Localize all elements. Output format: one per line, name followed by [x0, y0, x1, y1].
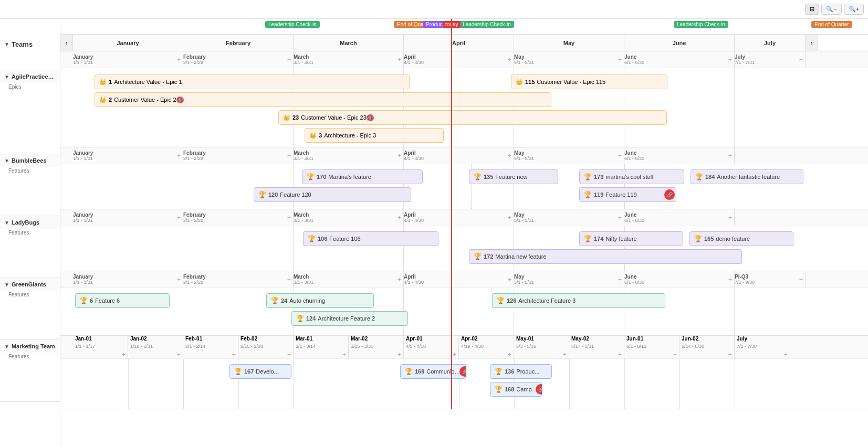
sprint-jun01-add[interactable]: + — [673, 351, 677, 358]
greengiants-jun-add[interactable]: + — [728, 276, 734, 283]
teams-title: Teams — [12, 40, 33, 48]
agilepractices-may-add[interactable]: + — [618, 56, 624, 63]
epic-23-link[interactable]: 🔗 — [367, 114, 374, 121]
zoom-out-button[interactable]: 🔍− — [821, 4, 841, 15]
sprint-july-add[interactable]: + — [784, 351, 788, 358]
feature-card-136[interactable]: 🏆 136 Produc... — [490, 364, 552, 379]
ladybugs-apr-header: April4/1 - 4/30 + — [404, 209, 514, 226]
sidebar-group-agilepractices: ▼ AgilePractices T... Epics — [0, 70, 60, 154]
epic-icon-2: 👑 — [99, 97, 107, 103]
bumblebees-jan-add[interactable]: + — [177, 152, 183, 159]
sprint-jan02-add[interactable]: + — [177, 351, 181, 358]
agilepractices-jul-add[interactable]: + — [799, 56, 805, 63]
ladybugs-apr-add[interactable]: + — [508, 214, 514, 221]
bumblebees-apr-header: April4/1 - 4/30 + — [404, 147, 514, 164]
epic-icon-115: 👑 — [516, 79, 523, 86]
nav-prev-button[interactable]: ‹ — [60, 35, 73, 51]
greengiants-may-add[interactable]: + — [618, 276, 624, 283]
feature-card-173[interactable]: 🏆 173 martina's cool stuff — [579, 169, 684, 184]
sidebar-group-ladybugs: ▼ LadyBugs Features — [0, 216, 60, 278]
marketingteam-name: Marketing Team — [12, 343, 55, 349]
ladybugs-may-add[interactable]: + — [618, 214, 624, 221]
greengiants-mar-add[interactable]: + — [398, 276, 403, 283]
sprint-jun02-add[interactable]: + — [728, 351, 732, 358]
bumblebees-mar-add[interactable]: + — [398, 152, 403, 159]
feature-card-24[interactable]: 🏆 24 Auto churning — [266, 293, 374, 308]
feature-card-124[interactable]: 🏆 124 Architecture Feature 2 — [291, 311, 408, 326]
agilepractices-apr-header: April4/1 - 4/30 + — [404, 51, 514, 68]
bumblebees-name: BumbleBees — [12, 157, 47, 164]
sidebar-group-header-bumblebees[interactable]: ▼ BumbleBees — [0, 154, 60, 167]
sprint-apr01-add[interactable]: + — [453, 351, 456, 358]
bumblebees-may-add[interactable]: + — [618, 152, 624, 159]
bumblebees-apr-add[interactable]: + — [508, 152, 514, 159]
sidebar-group-bumblebees: ▼ BumbleBees Features — [0, 154, 60, 216]
ladybugs-jan-add[interactable]: + — [177, 214, 183, 221]
feature-card-119[interactable]: 🏆 119 Feature 119 🔗 — [579, 187, 676, 202]
month-header-april: April — [404, 35, 514, 51]
greengiants-apr-add[interactable]: + — [508, 276, 514, 283]
bumblebees-jun-add[interactable]: + — [728, 152, 734, 159]
milestone-bar: Leadership Check-in End of Quarter Produ… — [60, 19, 868, 35]
month-header-february: February — [183, 35, 294, 51]
agilepractices-may-header: May5/1 - 5/31 + — [514, 51, 624, 68]
nav-next-button[interactable]: › — [806, 35, 818, 51]
feature-card-126[interactable]: 🏆 126 Architecture Feature 3 — [492, 293, 665, 308]
feature-card-168[interactable]: 🏆 168 Campa... 🔗 — [490, 382, 542, 397]
feature-168-link[interactable]: 🔗 — [536, 384, 542, 395]
epic-card-1[interactable]: 👑 1 Architecture Value - Epic 1 — [95, 74, 410, 89]
zoom-in-button[interactable]: 🔍+ — [844, 4, 864, 15]
sidebar-group-header-marketingteam[interactable]: ▼ Marketing Team — [0, 340, 60, 353]
feature-card-106[interactable]: 🏆 106 Feature 106 — [303, 231, 438, 246]
feature-119-link[interactable]: 🔗 — [664, 189, 675, 200]
sprint-mar01-add[interactable]: + — [342, 351, 346, 358]
sprint-feb01-add[interactable]: + — [232, 351, 236, 358]
agilepractices-jun-add[interactable]: + — [728, 56, 734, 63]
bumblebees-feb-add[interactable]: + — [287, 152, 293, 159]
feature-169-link[interactable]: 🔗 — [459, 366, 466, 377]
feature-card-172[interactable]: 🏆 172 Martina new feature — [469, 249, 742, 264]
ladybugs-mar-add[interactable]: + — [398, 214, 403, 221]
sprint-feb02-add[interactable]: + — [287, 351, 291, 358]
greengiants-jun-header: June6/1 - 6/30 + — [624, 271, 735, 288]
epic-card-23[interactable]: 👑 23 Customer Value - Epic 23 🔗 — [278, 110, 667, 125]
sprint-may01-add[interactable]: + — [563, 351, 567, 358]
sprint-may02-add[interactable]: + — [618, 351, 622, 358]
agilepractices-jan-header: January1/1 - 1/31 + — [73, 51, 183, 68]
sprint-jan01-add[interactable]: + — [122, 351, 126, 358]
ladybugs-jun-add[interactable]: + — [728, 214, 734, 221]
feature-card-120[interactable]: 🏆 120 Feature 120 — [254, 187, 411, 202]
agilepractices-feb-add[interactable]: + — [287, 56, 293, 63]
ladybugs-feb-add[interactable]: + — [287, 214, 293, 221]
sidebar-group-header-ladybugs[interactable]: ▼ LadyBugs — [0, 216, 60, 229]
sidebar-teams-header[interactable]: ▼ Teams — [0, 19, 60, 70]
feature-card-165[interactable]: 🏆 165 demo feature — [689, 231, 793, 246]
feature-card-170[interactable]: 🏆 170 Martina's feature — [302, 169, 423, 184]
epic-card-2[interactable]: 👑 2 Customer Value - Epic 2 🔗 — [95, 92, 551, 107]
feature-card-184[interactable]: 🏆 184 Another fantastic feature — [691, 169, 803, 184]
bumblebees-jan-header: January1/1 - 1/31 + — [73, 147, 183, 164]
greengiants-q3-add[interactable]: + — [799, 276, 805, 283]
month-header-january: January — [73, 35, 183, 51]
grid-view-button[interactable]: ⊞ — [805, 4, 819, 15]
agilepractices-jan-add[interactable]: + — [177, 56, 183, 63]
sprint-apr02-add[interactable]: + — [508, 351, 511, 358]
sidebar-group-header-agilepractices[interactable]: ▼ AgilePractices T... — [0, 70, 60, 83]
ladybugs-mar-header: March3/1 - 3/31 + — [294, 209, 404, 226]
agilepractices-mar-add[interactable]: + — [398, 56, 403, 63]
feature-card-169[interactable]: 🏆 169 Communica... 🔗 — [400, 364, 466, 379]
feature-card-174[interactable]: 🏆 174 Nifty feature — [579, 231, 683, 246]
greengiants-jan-add[interactable]: + — [177, 276, 183, 283]
epic-2-link[interactable]: 🔗 — [176, 97, 184, 103]
bumblebees-may-header: May5/1 - 5/31 + — [514, 147, 624, 164]
sprint-mar02-add[interactable]: + — [398, 351, 401, 358]
epic-card-115[interactable]: 👑 115 Customer Value - Epic 115 — [511, 74, 667, 89]
greengiants-feb-add[interactable]: + — [287, 276, 293, 283]
feature-card-167[interactable]: 🏆 167 Develo... — [229, 364, 291, 379]
feature-card-6[interactable]: 🏆 6 Feature 6 — [75, 293, 170, 308]
agilepractices-apr-add[interactable]: + — [508, 56, 514, 63]
agilepractices-header-row: January1/1 - 1/31 + February2/1 - 2/28 +… — [60, 51, 868, 68]
sidebar-group-header-greengiants[interactable]: ▼ GreenGiants — [0, 278, 60, 291]
epic-card-3[interactable]: 👑 3 Architecture - Epic 3 — [305, 128, 444, 143]
feature-card-135[interactable]: 🏆 135 Feature new — [469, 169, 558, 184]
